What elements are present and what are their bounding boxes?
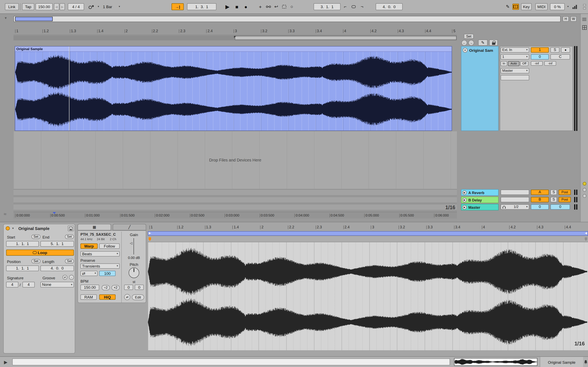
cpu-options-button[interactable]: ▾ [566, 3, 570, 10]
automation-mode-button[interactable]: ✎ [478, 40, 488, 46]
track-fold-button[interactable]: ▾ [463, 48, 467, 53]
output-type-chooser[interactable]: Master▾ [501, 68, 529, 73]
arrangement-clip[interactable]: Original Sample [15, 46, 452, 131]
arrangement-grid-value-label[interactable]: 1/16 [425, 205, 455, 210]
return-lane-a[interactable] [13, 189, 457, 196]
start-end-marker-strip[interactable] [148, 236, 588, 242]
master-volume-field[interactable]: 0 [550, 204, 570, 210]
drop-zone[interactable]: Drop Files and Devices Here [13, 131, 457, 189]
master-play-button[interactable]: ▶ [462, 205, 467, 210]
return-a-activator-button[interactable]: A [531, 190, 549, 195]
hamburger-menu-icon[interactable] [582, 17, 586, 21]
cpu-load-field[interactable]: 0 % [550, 3, 565, 10]
draw-mode-button[interactable]: ✎ [505, 3, 511, 10]
metronome-options-button[interactable]: ▾ [96, 3, 100, 10]
track-header-return-a[interactable]: ▶ A Reverb [461, 189, 499, 196]
session-record-button[interactable]: ○ [289, 2, 295, 11]
arrangement-position-field[interactable]: 1. 3. 1 [187, 3, 216, 10]
sample-start-flag-icon[interactable] [149, 237, 151, 241]
loop-toggle-button[interactable]: Loop [6, 250, 74, 256]
ram-button[interactable]: RAM [80, 294, 97, 300]
punch-in-button[interactable]: ⌐ [342, 3, 348, 10]
nudge-down-button[interactable]: ◁ [54, 3, 59, 10]
warp-button[interactable]: Warp [80, 243, 98, 249]
transient-loop-mode-chooser[interactable]: ⇄ ▾ [80, 271, 98, 276]
edit-sample-button[interactable]: Edit [132, 294, 144, 300]
transient-envelope-field[interactable]: 100 [99, 271, 116, 276]
monitor-in-button[interactable]: In [501, 61, 507, 66]
arm-button[interactable]: ● [561, 47, 570, 53]
arrangement-time-ruler[interactable]: 0:00:0000:00:5000:01:0000:01:5000:02:000… [13, 212, 457, 218]
commit-groove-button[interactable]: → [69, 275, 74, 280]
output-channel-chooser[interactable] [501, 75, 529, 80]
re-enable-automation-button[interactable]: ↩ [273, 2, 279, 11]
punch-out-button[interactable]: ¬ [359, 3, 365, 10]
show-returns-toggle[interactable] [583, 188, 586, 192]
input-type-chooser[interactable]: Ext. In▾ [501, 47, 529, 53]
return-b-play-button[interactable]: ▶ [462, 198, 467, 202]
play-button[interactable]: ▶ [223, 2, 232, 11]
loop-start-marker-icon[interactable] [234, 36, 236, 38]
track-header-return-b[interactable]: ▶ B Delay [461, 197, 499, 203]
return-a-pre-post-button[interactable]: Post [559, 190, 571, 195]
position-set-button[interactable]: Set [31, 259, 40, 263]
overview-viewport-box[interactable] [15, 17, 53, 21]
clip-title-bar[interactable]: Original Sample [15, 47, 452, 52]
sample-waveform-canvas[interactable] [148, 242, 587, 350]
double-bpm-button[interactable]: ×2 [112, 285, 120, 290]
track-header-audio[interactable]: ▾ Original Sam [461, 46, 499, 131]
loop-position-field[interactable]: 1. 1. 1 [6, 266, 39, 271]
arrangement-record-button[interactable]: ● [242, 2, 250, 11]
tab-envelope-box[interactable]: ╱ [113, 224, 146, 230]
pitch-cents-field[interactable]: 0 [135, 285, 144, 290]
set-locator-button[interactable]: Set [464, 34, 474, 39]
tempo-field[interactable]: 150.00 [35, 3, 53, 10]
segment-bpm-field[interactable]: 150.00 [80, 285, 99, 290]
gain-value-label[interactable]: 0.00 dB [123, 256, 145, 259]
return-a-play-button[interactable]: ▶ [462, 191, 467, 195]
gain-slider-track[interactable] [134, 238, 134, 254]
input-channel-chooser[interactable]: 1▾ [501, 54, 529, 59]
loop-end-handle-icon[interactable] [585, 232, 587, 234]
reverse-sample-button[interactable]: ⇄ [124, 294, 130, 300]
gain-slider-marker-icon[interactable]: ◁ [130, 242, 132, 245]
hiq-button[interactable]: HiQ [99, 294, 116, 300]
loop-switch-button[interactable] [350, 3, 358, 10]
cue-out-chooser[interactable]: 1/2 ▾ [501, 204, 529, 210]
show-io-toggle[interactable] [583, 182, 586, 185]
arrangement-beat-ruler[interactable]: 11.21.31.422.22.32.433.23.33.444.24.34.4… [13, 28, 457, 35]
clip-panel-collapse-icon[interactable]: ▾ [12, 227, 14, 230]
capture-selection-button[interactable] [281, 2, 287, 11]
sample-end-flag-icon[interactable] [585, 237, 587, 241]
overview-collapse-icon[interactable]: ▼ [4, 16, 7, 20]
loop-start-field[interactable]: 3. 1. 1 [314, 3, 341, 10]
return-a-solo-button[interactable]: S [550, 190, 557, 195]
pitch-knob[interactable] [129, 267, 139, 278]
monitor-auto-button[interactable]: Auto [508, 61, 519, 66]
next-locator-button[interactable]: → [468, 40, 474, 46]
previous-locator-button[interactable]: ← [461, 40, 467, 46]
meter-peak-right[interactable]: -inf [544, 61, 556, 66]
groove-chooser[interactable]: None ▾ [40, 282, 74, 287]
signature-denominator-field[interactable]: 4 [22, 282, 35, 287]
length-set-button[interactable]: Set [65, 259, 74, 263]
hot-swap-groove-button[interactable]: ⇄ [62, 275, 67, 280]
track-volume-field[interactable]: 0 [531, 54, 549, 59]
drum-grid-icon[interactable] [582, 25, 587, 30]
clip-beat-ruler[interactable]: 11.21.31.422.22.32.433.23.33.444.24.34.4 [148, 224, 588, 230]
solo-button[interactable]: S [550, 47, 559, 53]
clip-body[interactable] [15, 52, 452, 131]
clip-grid-value-label[interactable]: 1/16 [574, 341, 585, 346]
fit-height-button[interactable]: H [563, 16, 569, 22]
return-b-output-chooser[interactable] [501, 197, 529, 202]
clip-loop-bar[interactable] [148, 231, 588, 236]
start-set-button[interactable]: Set [31, 234, 40, 239]
warp-mode-chooser[interactable]: Beats ▾ [80, 251, 120, 257]
loop-length-field[interactable]: 4. 0. 0 [40, 266, 74, 271]
return-lane-b[interactable] [13, 197, 457, 203]
scrub-area[interactable] [13, 35, 457, 40]
warp-follow-button[interactable]: Follow [99, 243, 120, 249]
follow-button[interactable]: →| [172, 3, 184, 10]
end-set-button[interactable]: Set [65, 234, 74, 239]
track-pan-field[interactable]: C [550, 54, 570, 59]
